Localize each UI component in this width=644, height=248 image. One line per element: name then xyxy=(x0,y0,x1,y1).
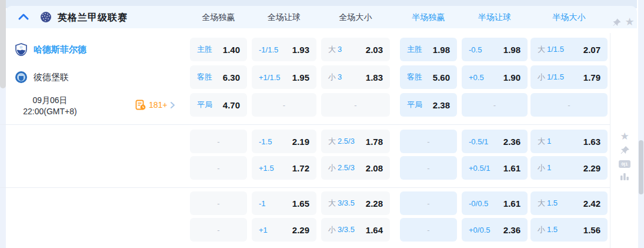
odds-cell[interactable]: +1.51.72 xyxy=(252,156,316,180)
odds-cell[interactable]: 小1/1.51.79 xyxy=(530,65,608,89)
odds-cell[interactable]: 小31.83 xyxy=(321,65,390,89)
favorite-star-icon[interactable]: ★ xyxy=(619,131,630,143)
empty-odds-dash: - xyxy=(217,164,219,173)
odds-cell: - xyxy=(190,218,247,242)
header-star-icon[interactable]: ★ xyxy=(625,18,635,28)
empty-odds-dash: - xyxy=(217,199,219,208)
odds-cell[interactable]: 大32.03 xyxy=(321,38,390,61)
line-value: +1.5 xyxy=(259,164,274,173)
odds-cell[interactable]: +0.5/11.61 xyxy=(462,156,528,180)
odds-cell[interactable]: 小2.5/32.08 xyxy=(321,156,390,180)
odds-value: 2.36 xyxy=(503,225,520,235)
column-header-2[interactable]: 全场让球 xyxy=(249,12,319,23)
odds-row-3: 平局4.70--平局2.38-- xyxy=(6,93,610,117)
odds-line-label: -0/0.5 xyxy=(469,199,488,208)
odds-cell[interactable]: 主胜1.40 xyxy=(190,38,247,61)
odds-value: 2.28 xyxy=(366,199,383,209)
odds-cell[interactable]: 平局4.70 xyxy=(190,93,247,117)
line-value: 1/1.5 xyxy=(547,45,564,54)
odds-cell[interactable]: 平局2.38 xyxy=(400,93,457,117)
line-value: 1/1.5 xyxy=(547,72,564,81)
odds-value: 1.63 xyxy=(583,137,600,147)
odds-cell[interactable]: -11.65 xyxy=(252,191,316,215)
odds-cell[interactable]: +0/0.52.36 xyxy=(462,218,528,242)
odds-format-toggle-icon[interactable]: 0|1 xyxy=(619,160,630,168)
column-header-5[interactable]: 半场让球 xyxy=(459,12,530,23)
line-value: -0.5 xyxy=(469,45,482,54)
odds-cell[interactable]: -0.51.98 xyxy=(462,38,528,61)
empty-odds-dash: - xyxy=(427,137,429,146)
odds-cell[interactable]: 大2.5/31.78 xyxy=(321,130,390,153)
odds-cell[interactable]: 客胜6.30 xyxy=(190,65,247,89)
odds-cell[interactable]: -0.5/12.36 xyxy=(462,130,528,153)
odds-line-label: +1/1.5 xyxy=(259,73,281,82)
line-value: 1 xyxy=(547,137,551,146)
odds-line-label: 主胜 xyxy=(197,44,212,55)
over-under-prefix: 小 xyxy=(328,72,336,81)
right-scrollbar-track[interactable] xyxy=(638,0,644,248)
over-under-prefix: 大 xyxy=(538,45,545,54)
line-value: 3/3.5 xyxy=(338,225,355,234)
odds-cell[interactable]: -0/0.51.61 xyxy=(462,191,528,215)
left-scrollbar-thumb[interactable] xyxy=(0,0,6,88)
header-pin-icon[interactable] xyxy=(612,18,622,28)
odds-cell[interactable]: 小1.51.56 xyxy=(530,218,608,242)
odds-value: 6.30 xyxy=(223,72,240,82)
odds-value: 2.19 xyxy=(292,137,309,147)
column-header-4[interactable]: 半场独赢 xyxy=(393,12,464,23)
line-value: -1 xyxy=(259,199,266,208)
odds-cell[interactable]: 客胜5.60 xyxy=(400,65,457,89)
match-odds-panel: 哈德斯菲尔德 彼德堡联 09月06日 22:00(GMT+8) 181+ 主胜1… xyxy=(6,28,637,248)
odds-cell[interactable]: 主胜1.98 xyxy=(400,38,457,61)
odds-cell[interactable]: 大1/1.52.07 xyxy=(530,38,608,61)
odds-line-label: 客胜 xyxy=(197,72,212,82)
odds-value: 2.03 xyxy=(366,45,383,55)
empty-odds-dash: - xyxy=(427,226,429,234)
odds-line-label: 小2.5/3 xyxy=(328,163,355,173)
odds-value: 1.79 xyxy=(583,72,600,82)
line-value: -0/0.5 xyxy=(469,199,488,208)
column-header-3[interactable]: 全场大小 xyxy=(321,12,391,23)
pin-match-icon[interactable] xyxy=(619,145,630,157)
odds-line-label: 小1 xyxy=(538,163,551,173)
odds-cell[interactable]: 小3/3.51.64 xyxy=(321,218,390,242)
odds-cell: - xyxy=(400,130,457,153)
section-divider xyxy=(0,187,610,188)
odds-cell[interactable]: 小12.29 xyxy=(530,156,608,180)
odds-cell[interactable]: +0.51.90 xyxy=(462,65,528,89)
over-under-prefix: 小 xyxy=(538,72,545,81)
odds-cell[interactable]: +1/1.51.95 xyxy=(252,65,316,89)
panel-divider xyxy=(610,33,610,248)
line-value: 客胜 xyxy=(197,72,212,81)
odds-value: 2.42 xyxy=(583,199,600,209)
odds-cell[interactable]: -1/1.51.93 xyxy=(252,38,316,61)
odds-cell[interactable]: -1.52.19 xyxy=(252,130,316,153)
line-value: 平局 xyxy=(407,100,422,109)
right-scrollbar-thumb[interactable] xyxy=(639,140,643,194)
over-under-prefix: 大 xyxy=(538,137,545,146)
odds-value: 5.60 xyxy=(433,72,450,82)
odds-cell[interactable]: 大11.63 xyxy=(530,130,608,153)
odds-cell: - xyxy=(462,93,528,117)
line-value: 1.5 xyxy=(547,225,558,234)
odds-cell[interactable]: 大3/3.52.28 xyxy=(321,191,390,215)
over-under-prefix: 小 xyxy=(538,225,545,234)
stats-chart-icon[interactable] xyxy=(619,171,630,183)
column-header-1[interactable]: 全场独赢 xyxy=(183,12,254,23)
line-value: 1 xyxy=(547,163,551,172)
odds-cell[interactable]: +12.29 xyxy=(252,218,316,242)
line-value: 3/3.5 xyxy=(338,199,355,207)
over-under-prefix: 小 xyxy=(328,225,336,234)
column-header-6[interactable]: 半场大小 xyxy=(534,12,605,23)
odds-row-4: --1.52.19大2.5/31.78--0.5/12.36大11.63 xyxy=(6,130,610,153)
line-value: 平局 xyxy=(197,100,212,109)
empty-odds-dash: - xyxy=(354,101,356,110)
odds-cell[interactable]: 大1.52.42 xyxy=(530,191,608,215)
collapse-chevron-up-icon[interactable] xyxy=(18,12,29,22)
odds-value: 1.72 xyxy=(292,163,309,173)
league-header: 英格兰甲级联赛 全场独赢全场让球全场大小半场独赢半场让球半场大小 ★ xyxy=(6,6,637,28)
odds-cell: - xyxy=(190,156,247,180)
odds-value: 1.83 xyxy=(366,72,383,82)
line-value: 3 xyxy=(338,72,342,81)
odds-line-label: 大2.5/3 xyxy=(328,136,355,147)
